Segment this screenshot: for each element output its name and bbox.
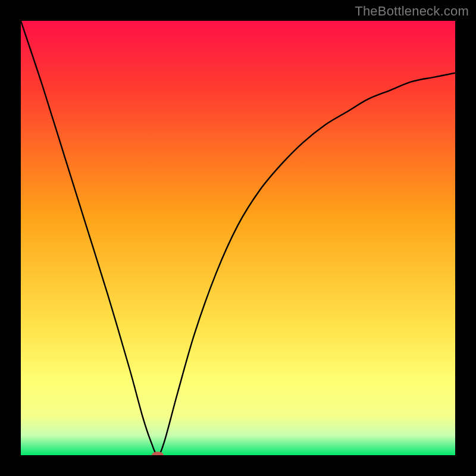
watermark-text: TheBottleneck.com xyxy=(355,4,469,19)
bottleneck-chart xyxy=(21,21,455,455)
gradient-background xyxy=(21,21,455,455)
chart-frame: TheBottleneck.com xyxy=(0,0,476,476)
plot-area xyxy=(21,21,455,455)
